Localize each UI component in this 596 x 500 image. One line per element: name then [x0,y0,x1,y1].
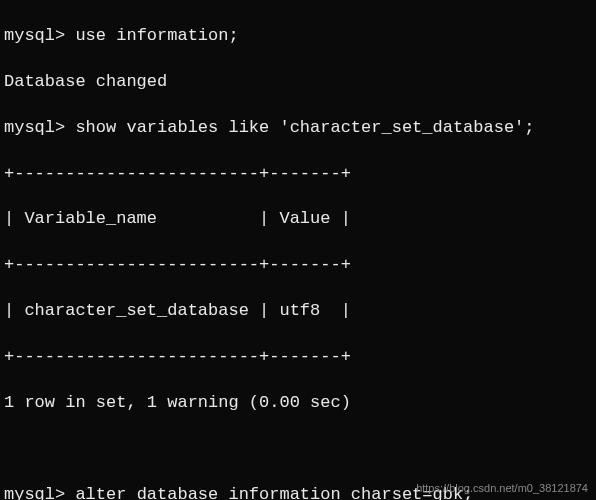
terminal-output: mysql> use information; Database changed… [0,0,596,500]
command-text: alter database information charset=gbk; [75,485,473,500]
blank-line [4,438,596,461]
command-text: use information; [75,26,238,45]
prompt: mysql> [4,118,65,137]
table-sep: +------------------------+-------+ [4,254,596,277]
table-sep: +------------------------+-------+ [4,346,596,369]
table-sep: +------------------------+-------+ [4,163,596,186]
table-header: | Variable_name | Value | [4,208,596,231]
result-summary: 1 row in set, 1 warning (0.00 sec) [4,392,596,415]
prompt: mysql> [4,26,65,45]
cmd-line-1: mysql> use information; [4,25,596,48]
prompt: mysql> [4,485,65,500]
command-text: show variables like 'character_set_datab… [75,118,534,137]
table-row: | character_set_database | utf8 | [4,300,596,323]
watermark-text: https://blog.csdn.net/m0_38121874 [416,481,588,496]
response-1: Database changed [4,71,596,94]
cmd-line-2: mysql> show variables like 'character_se… [4,117,596,140]
